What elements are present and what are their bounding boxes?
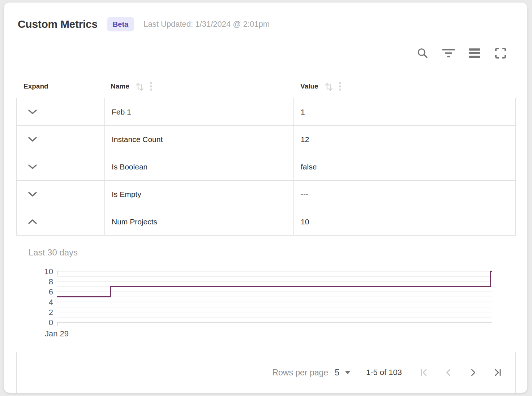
column-label: Expand [23, 82, 48, 90]
chevron-down-icon [28, 137, 37, 142]
metric-name-cell: Is Boolean [105, 153, 294, 180]
column-menu-value-button[interactable] [339, 81, 342, 91]
fullscreen-icon [495, 47, 506, 59]
metric-value-cell: --- [294, 181, 515, 208]
chevron-down-icon [28, 164, 37, 169]
first-page-button[interactable] [419, 368, 429, 377]
column-label: Name [111, 82, 129, 90]
page-title: Custom Metrics [18, 18, 98, 30]
table-row: Instance Count12 [17, 126, 515, 153]
sort-icon [323, 81, 334, 91]
pagination-nav [419, 368, 502, 377]
metric-name-cell: Feb 1 [105, 98, 294, 125]
expand-row-button[interactable] [17, 98, 105, 125]
column-header-expand: Expand [16, 82, 104, 90]
kebab-menu-icon [150, 81, 153, 91]
kebab-menu-icon [339, 81, 342, 91]
pagination-range-label: 1-5 of 103 [366, 368, 402, 377]
metric-name-cell: Instance Count [105, 126, 294, 153]
filter-button[interactable] [442, 47, 455, 60]
table-row: Is Empty--- [17, 181, 515, 208]
table-row: Num Projects10 [17, 208, 515, 235]
metric-history-chart: 0246810Jan 29 [16, 262, 497, 339]
expand-row-button[interactable] [17, 153, 105, 180]
expanded-row-detail-panel: Last 30 days 0246810Jan 29 [16, 234, 516, 339]
next-page-button[interactable] [468, 368, 478, 377]
sort-icon [134, 81, 145, 91]
search-button[interactable] [416, 47, 429, 60]
chevron-down-icon [28, 191, 37, 197]
table-body: Feb 11Instance Count12Is BooleanfalseIs … [16, 98, 516, 236]
last-page-button[interactable] [493, 368, 502, 377]
metric-name-cell: Num Projects [105, 208, 294, 235]
page-background: { "header": { "title": "Custom Metrics",… [0, 0, 532, 396]
previous-page-button[interactable] [444, 368, 453, 377]
metric-value-cell: 10 [294, 208, 515, 235]
chevron-right-icon [468, 368, 478, 377]
rows-per-page-select[interactable]: 5 [335, 368, 350, 378]
first-page-icon [419, 368, 429, 377]
density-button[interactable] [468, 47, 481, 60]
table-toolbar [416, 47, 507, 60]
chevron-down-icon [345, 371, 350, 374]
table-footer: Rows per page 5 1-5 of 103 [16, 352, 516, 393]
metric-value-cell: 1 [294, 98, 515, 125]
column-header-name[interactable]: Name [104, 81, 293, 91]
expand-row-button[interactable] [17, 181, 105, 208]
svg-text:Jan 29: Jan 29 [45, 329, 69, 338]
svg-text:2: 2 [49, 308, 53, 317]
svg-text:4: 4 [49, 298, 53, 307]
chevron-left-icon [444, 368, 453, 377]
search-icon [416, 47, 429, 59]
chevron-down-icon [28, 109, 37, 115]
chart-title: Last 30 days [29, 247, 516, 258]
table-row: Feb 11 [17, 98, 515, 126]
page-header: Custom Metrics Beta Last Updated: 1/31/2… [18, 17, 270, 31]
metric-value-cell: 12 [294, 126, 515, 153]
density-icon [469, 48, 480, 59]
last-updated-text: Last Updated: 1/31/2024 @ 2:01pm [143, 20, 270, 29]
sort-value-button[interactable] [323, 81, 334, 91]
svg-text:0: 0 [49, 318, 53, 327]
fullscreen-button[interactable] [494, 47, 507, 60]
expand-row-button[interactable] [17, 126, 105, 153]
table-row: Is Booleanfalse [17, 153, 515, 181]
metric-name-cell: Is Empty [105, 181, 294, 208]
filter-icon [442, 48, 455, 59]
table-header-row: Expand Name Value [16, 75, 516, 98]
column-menu-name-button[interactable] [150, 81, 153, 91]
rows-per-page-label: Rows per page [272, 368, 328, 378]
sort-name-button[interactable] [134, 81, 145, 91]
svg-text:6: 6 [49, 287, 53, 296]
metric-value-cell: false [294, 153, 515, 180]
collapse-row-button[interactable] [17, 208, 105, 235]
column-header-value[interactable]: Value [293, 81, 516, 91]
last-page-icon [493, 368, 502, 377]
custom-metrics-card: Custom Metrics Beta Last Updated: 1/31/2… [4, 2, 528, 393]
svg-text:8: 8 [49, 277, 53, 286]
beta-badge: Beta [107, 17, 134, 31]
chevron-up-icon [28, 219, 37, 224]
column-label: Value [300, 82, 318, 90]
metrics-table: Expand Name Value [16, 75, 516, 236]
svg-text:10: 10 [44, 267, 53, 276]
rows-per-page-value: 5 [335, 368, 339, 378]
